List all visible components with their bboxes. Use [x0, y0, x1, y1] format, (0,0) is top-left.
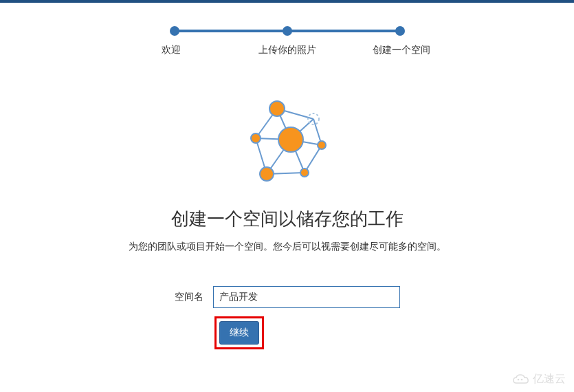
space-name-row: 空间名 — [0, 286, 574, 308]
svg-point-14 — [251, 133, 261, 143]
progress-label-welcome: 欢迎 — [162, 44, 181, 56]
svg-point-19 — [518, 378, 520, 380]
progress-node-create — [395, 26, 405, 36]
network-icon — [239, 98, 335, 188]
svg-point-16 — [318, 141, 326, 149]
svg-point-20 — [521, 378, 523, 380]
space-name-label: 空间名 — [175, 291, 203, 303]
progress-label-create: 创建一个空间 — [373, 44, 430, 56]
network-illustration — [0, 98, 574, 188]
svg-point-18 — [300, 168, 309, 177]
svg-line-10 — [305, 145, 322, 173]
svg-point-15 — [278, 127, 303, 152]
watermark-text: 亿速云 — [533, 372, 566, 386]
submit-highlight: 继续 — [214, 316, 264, 349]
progress-node-upload — [283, 26, 292, 36]
space-name-input[interactable] — [213, 286, 400, 308]
watermark: 亿速云 — [512, 372, 566, 386]
svg-point-12 — [269, 101, 285, 116]
progress-label-upload: 上传你的照片 — [258, 44, 316, 56]
progress-node-welcome — [170, 26, 179, 36]
page-heading: 创建一个空间以储存您的工作 — [0, 207, 574, 231]
svg-point-17 — [260, 167, 274, 181]
progress-stepper: 欢迎 上传你的照片 创建一个空间 — [0, 26, 574, 54]
top-bar — [0, 0, 574, 3]
page-subheading: 为您的团队或项目开始一个空间。您今后可以视需要创建尽可能多的空间。 — [0, 241, 574, 253]
continue-button[interactable]: 继续 — [219, 321, 259, 345]
cloud-icon — [512, 373, 530, 386]
submit-row: 继续 — [0, 316, 574, 349]
